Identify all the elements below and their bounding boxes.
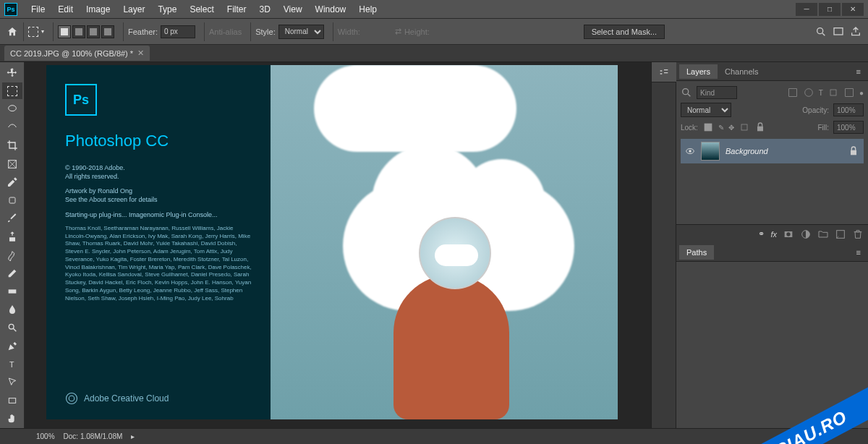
opacity-label: Opacity: — [802, 106, 829, 114]
lasso-tool[interactable] — [2, 101, 22, 117]
minimize-button[interactable]: ─ — [796, 3, 817, 16]
layer-row-background[interactable]: Background — [681, 139, 864, 163]
selection-subtract-icon[interactable] — [87, 25, 100, 38]
lock-pixels-icon[interactable] — [702, 121, 714, 133]
menu-select[interactable]: Select — [183, 4, 220, 14]
home-icon[interactable] — [6, 25, 19, 38]
fill-label: Fill: — [817, 124, 829, 132]
lock-artboard-icon[interactable] — [739, 121, 750, 133]
dodge-tool[interactable] — [2, 320, 22, 336]
loading-status: Starting-up plug-ins... Imagenomic Plug-… — [65, 210, 252, 219]
menu-view[interactable]: View — [277, 4, 309, 14]
menu-edit[interactable]: Edit — [51, 4, 80, 14]
pen-tool[interactable] — [2, 338, 22, 354]
svg-rect-12 — [9, 398, 15, 404]
document-tab[interactable]: CC 2019.JPG @ 100% (RGB/8#) * ✕ — [4, 46, 150, 61]
link-icon[interactable]: ⚭ — [758, 229, 765, 239]
blur-tool[interactable] — [2, 302, 22, 318]
svg-rect-7 — [9, 197, 15, 203]
adjustment-icon[interactable] — [800, 229, 812, 240]
new-layer-icon[interactable] — [835, 229, 846, 240]
search-icon[interactable] — [814, 25, 827, 38]
tab-close-icon[interactable]: ✕ — [137, 48, 144, 58]
visibility-icon[interactable] — [685, 146, 695, 156]
workspace-icon[interactable] — [832, 25, 845, 38]
artwork-credit: Artwork by Ronald OngSee the About scree… — [65, 187, 252, 204]
brush-tool[interactable] — [2, 210, 22, 227]
hand-tool[interactable] — [2, 411, 22, 427]
lock-position-icon[interactable]: ✥ — [728, 124, 734, 132]
menu-type[interactable]: Type — [151, 4, 183, 14]
maximize-button[interactable]: □ — [819, 3, 841, 16]
doc-info-chevron-icon[interactable]: ▸ — [131, 432, 135, 440]
layer-name[interactable]: Background — [726, 147, 768, 155]
panel-menu-icon[interactable]: ≡ — [852, 248, 865, 257]
menu-help[interactable]: Help — [352, 4, 383, 14]
menu-window[interactable]: Window — [309, 4, 353, 14]
path-select-tool[interactable] — [2, 374, 22, 390]
filter-adjust-icon[interactable] — [803, 87, 814, 98]
svg-point-15 — [683, 89, 689, 95]
artwork-person — [379, 217, 524, 419]
select-and-mask-button[interactable]: Select and Mask... — [584, 25, 665, 39]
fill-input[interactable] — [833, 121, 864, 134]
svg-rect-8 — [8, 289, 16, 293]
layer-filter-input[interactable] — [697, 86, 737, 99]
selection-new-icon[interactable] — [58, 25, 71, 38]
paths-tab[interactable]: Paths — [679, 245, 714, 260]
fx-icon[interactable]: fx — [770, 230, 777, 239]
menu-file[interactable]: File — [25, 4, 51, 14]
quick-select-tool[interactable] — [2, 119, 22, 136]
svg-rect-21 — [705, 124, 712, 132]
svg-rect-22 — [741, 124, 747, 130]
splash-logo: Ps — [65, 84, 97, 116]
crop-tool[interactable] — [2, 137, 22, 154]
style-select[interactable]: Normal — [278, 25, 324, 39]
selection-add-icon[interactable] — [72, 25, 85, 38]
menu-layer[interactable]: Layer — [116, 4, 151, 14]
healing-tool[interactable] — [2, 192, 22, 208]
gradient-tool[interactable] — [2, 283, 22, 299]
search-icon[interactable] — [681, 87, 692, 98]
lock-all-icon[interactable] — [754, 121, 766, 133]
frame-tool[interactable] — [2, 155, 22, 172]
doc-info[interactable]: Doc: 1.08M/1.08M — [64, 432, 123, 440]
opacity-input[interactable] — [833, 103, 864, 116]
move-tool[interactable] — [2, 64, 22, 81]
height-label: Height: — [404, 27, 430, 36]
tool-preset-icon[interactable] — [28, 27, 38, 37]
clone-tool[interactable] — [2, 229, 22, 245]
layers-tab[interactable]: Layers — [679, 64, 718, 79]
menu-3d[interactable]: 3D — [252, 4, 276, 14]
svg-text:T: T — [9, 360, 14, 369]
close-button[interactable]: ✕ — [842, 3, 864, 16]
group-icon[interactable] — [817, 229, 829, 240]
svg-point-3 — [8, 106, 16, 111]
menu-image[interactable]: Image — [80, 4, 116, 14]
history-brush-tool[interactable] — [2, 247, 22, 263]
blend-mode-select[interactable]: Normal — [681, 103, 731, 117]
filter-pixel-icon[interactable] — [787, 87, 799, 98]
document-canvas[interactable]: Ps Photoshop CC © 1990-2018 Adobe.All ri… — [46, 65, 618, 419]
eraser-tool[interactable] — [2, 265, 22, 281]
lock-brush-icon[interactable]: ✎ — [718, 124, 724, 132]
svg-rect-23 — [757, 127, 763, 132]
type-tool[interactable]: T — [2, 356, 22, 372]
filter-smart-icon[interactable] — [843, 87, 855, 98]
marquee-tool[interactable] — [2, 82, 22, 99]
layer-thumbnail[interactable] — [701, 142, 720, 161]
zoom-level[interactable]: 100% — [36, 432, 55, 440]
trash-icon[interactable] — [852, 229, 864, 240]
filter-shape-icon[interactable] — [827, 87, 839, 98]
svg-rect-20 — [846, 89, 854, 97]
channels-tab[interactable]: Channels — [718, 64, 765, 79]
rectangle-tool[interactable] — [2, 393, 22, 409]
feather-input[interactable] — [161, 25, 195, 38]
share-icon[interactable] — [849, 25, 862, 38]
mask-icon[interactable] — [783, 229, 794, 240]
selection-intersect-icon[interactable] — [101, 25, 114, 38]
adjustments-collapsed-icon[interactable] — [652, 62, 676, 82]
menu-filter[interactable]: Filter — [221, 4, 253, 14]
panel-menu-icon[interactable]: ≡ — [852, 67, 865, 76]
eyedropper-tool[interactable] — [2, 174, 22, 190]
